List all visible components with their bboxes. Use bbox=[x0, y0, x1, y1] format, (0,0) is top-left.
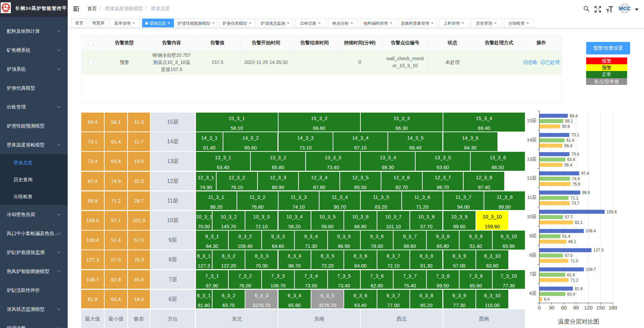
svg-text:0: 0 bbox=[538, 305, 540, 310]
svg-text:61.4: 61.4 bbox=[567, 138, 575, 143]
svg-text:120: 120 bbox=[584, 305, 593, 310]
svg-text:82.1: 82.1 bbox=[575, 220, 583, 225]
svg-text:127.3: 127.3 bbox=[593, 248, 603, 253]
svg-text:63.4: 63.4 bbox=[567, 157, 575, 162]
svg-text:63.4: 63.4 bbox=[567, 292, 575, 297]
svg-text:8层: 8层 bbox=[529, 253, 536, 258]
svg-text:74.9: 74.9 bbox=[572, 177, 580, 181]
svg-text:62.8: 62.8 bbox=[567, 273, 575, 277]
svg-text:60: 60 bbox=[561, 305, 567, 310]
svg-text:30: 30 bbox=[549, 305, 554, 310]
svg-text:71.2: 71.2 bbox=[571, 278, 579, 283]
svg-text:81.8: 81.8 bbox=[575, 286, 583, 291]
svg-text:7层: 7层 bbox=[529, 272, 536, 277]
svg-text:108.7: 108.7 bbox=[586, 267, 596, 272]
svg-text:56.4: 56.4 bbox=[564, 143, 573, 148]
svg-text:66.1: 66.1 bbox=[568, 239, 576, 244]
svg-text:73.7: 73.7 bbox=[572, 201, 580, 206]
svg-text:51.4: 51.4 bbox=[562, 234, 571, 239]
svg-text:97.4: 97.4 bbox=[581, 171, 589, 176]
svg-text:6层: 6层 bbox=[529, 291, 536, 296]
svg-text:温度分层对比图: 温度分层对比图 bbox=[558, 318, 600, 325]
svg-text:108.4: 108.4 bbox=[586, 229, 596, 233]
svg-text:10层: 10层 bbox=[527, 214, 537, 219]
svg-text:71.0: 71.0 bbox=[570, 259, 578, 263]
svg-text:56.4: 56.4 bbox=[564, 163, 573, 167]
svg-text:13层: 13层 bbox=[527, 157, 537, 162]
svg-text:99.9: 99.9 bbox=[582, 190, 590, 195]
svg-text:57.0: 57.0 bbox=[564, 253, 573, 258]
svg-text:6.4: 6.4 bbox=[544, 297, 550, 302]
svg-text:90: 90 bbox=[573, 305, 579, 310]
svg-text:57.7: 57.7 bbox=[565, 215, 573, 219]
svg-text:9层: 9层 bbox=[529, 233, 536, 238]
svg-text:14层: 14层 bbox=[527, 137, 537, 142]
svg-text:180: 180 bbox=[608, 305, 617, 310]
svg-text:73.1: 73.1 bbox=[571, 133, 579, 137]
svg-text:12层: 12层 bbox=[527, 175, 537, 181]
svg-text:11层: 11层 bbox=[527, 195, 537, 200]
svg-text:75.9: 75.9 bbox=[572, 182, 580, 187]
svg-text:73.4: 73.4 bbox=[571, 152, 579, 157]
svg-text:69.4: 69.4 bbox=[570, 114, 578, 118]
svg-text:71.2: 71.2 bbox=[571, 196, 579, 201]
svg-text:150: 150 bbox=[596, 305, 605, 310]
svg-text:MCC: MCC bbox=[619, 5, 631, 11]
svg-text:159.6: 159.6 bbox=[606, 210, 617, 214]
svg-text:15层: 15层 bbox=[527, 118, 537, 123]
svg-text:50.6: 50.6 bbox=[562, 124, 570, 129]
svg-text:58.1: 58.1 bbox=[565, 119, 573, 123]
